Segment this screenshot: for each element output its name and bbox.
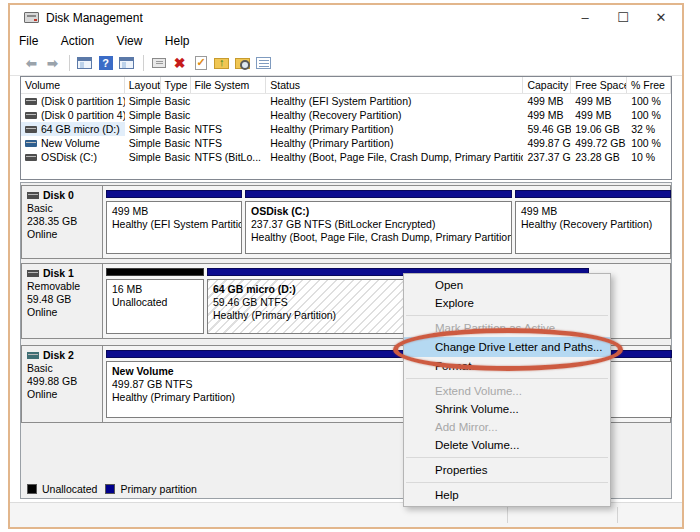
table-row[interactable]: (Disk 0 partition 1) Simple Basic Health… (21, 94, 671, 108)
menu-item-add-mirror: Add Mirror... (404, 418, 610, 436)
cell-layout: Simple (125, 108, 161, 122)
set-active-icon[interactable] (191, 55, 210, 72)
header-type[interactable]: Type (161, 77, 191, 93)
cell-capacity: 499 MB (523, 108, 571, 122)
delete-icon[interactable]: ✖ (170, 55, 189, 72)
menu-item-shrink-volume[interactable]: Shrink Volume... (404, 400, 610, 418)
header-layout[interactable]: Layout (125, 77, 161, 93)
cell-pct-free: 10 % (627, 150, 671, 164)
partition-type-bar (245, 190, 512, 198)
disk-type: Removable (27, 280, 97, 293)
cell-status: Healthy (Primary Partition) (266, 122, 523, 136)
menu-item-help[interactable]: Help (404, 486, 610, 504)
cell-file-system (191, 94, 267, 108)
partition-osdisk-c[interactable]: OSDisk (C:) 237.37 GB NTFS (BitLocker En… (245, 190, 512, 254)
table-row[interactable]: (Disk 0 partition 4) Simple Basic Health… (21, 108, 671, 122)
folder-up-icon[interactable] (212, 55, 231, 72)
table-row[interactable]: OSDisk (C:) Simple Basic NTFS (BitLo... … (21, 150, 671, 164)
partition-recovery[interactable]: 499 MB Healthy (Recovery Partition) (515, 190, 671, 254)
console-window-icon[interactable] (75, 55, 94, 72)
disk-0-header[interactable]: Disk 0 Basic 238.35 GB Online (22, 186, 103, 258)
menu-item-explore[interactable]: Explore (404, 294, 610, 312)
disk-2-header[interactable]: Disk 2 Basic 499.88 GB Online (22, 346, 103, 422)
disk-status: Online (27, 388, 97, 401)
partition-efi[interactable]: 499 MB Healthy (EFI System Partition) (106, 190, 242, 254)
menu-view[interactable]: View (108, 31, 152, 51)
menu-item-extend-volume: Extend Volume... (404, 382, 610, 400)
partition-line: Healthy (Recovery Partition) (521, 218, 665, 231)
menu-separator (406, 378, 608, 379)
cell-capacity: 237.37 GB (523, 150, 571, 164)
action-pane-icon[interactable] (117, 55, 136, 72)
disk-type: Basic (27, 362, 97, 375)
cell-free-space: 499 MB (571, 94, 627, 108)
header-status[interactable]: Status (266, 77, 523, 93)
volume-icon (25, 126, 37, 133)
header-free-space[interactable]: Free Space (571, 77, 627, 93)
table-header: Volume Layout Type File System Status Ca… (21, 77, 671, 94)
header-volume[interactable]: Volume (21, 77, 125, 93)
cell-status: Healthy (Boot, Page File, Crash Dump, Pr… (266, 150, 523, 164)
cell-capacity: 499 MB (523, 94, 571, 108)
toolbar-separator (143, 55, 144, 71)
menu-bar: File Action View Help (10, 31, 682, 51)
menu-separator (406, 457, 608, 458)
disk-type: Basic (27, 202, 97, 215)
cell-capacity: 59.46 GB (523, 122, 571, 136)
disk-name: Disk 1 (43, 267, 74, 280)
menu-separator (406, 315, 608, 316)
partition-line: Unallocated (112, 296, 198, 309)
disk-size: 499.88 GB (27, 375, 97, 388)
partition-unallocated[interactable]: 16 MB Unallocated (106, 268, 204, 334)
cell-pct-free: 100 % (627, 136, 671, 150)
disk-management-window: Disk Management – ☐ ✕ File Action View H… (8, 3, 684, 529)
maximize-button[interactable]: ☐ (606, 5, 640, 31)
toolbar: ⬅ ➡ ? ✖ (10, 51, 682, 76)
volume-name: New Volume (41, 136, 100, 150)
menu-item-delete-volume[interactable]: Delete Volume... (404, 436, 610, 454)
menu-file[interactable]: File (10, 31, 47, 51)
cell-free-space: 23.28 GB (571, 150, 627, 164)
cell-free-space: 499.72 GB (571, 136, 627, 150)
volume-name: (Disk 0 partition 1) (41, 94, 125, 108)
help-icon[interactable]: ? (96, 55, 115, 72)
volume-icon (25, 98, 37, 105)
partition-label: OSDisk (C:) (251, 205, 506, 218)
disk-name: Disk 2 (43, 349, 74, 362)
toolbar-separator (69, 55, 70, 71)
popup-icon[interactable] (149, 55, 168, 72)
legend-label: Unallocated (42, 483, 97, 495)
volume-icon (25, 154, 37, 161)
properties-list-icon[interactable] (254, 55, 273, 72)
disk-row-0: Disk 0 Basic 238.35 GB Online 499 MB Hea… (21, 185, 671, 259)
disk-icon (27, 192, 39, 199)
table-row[interactable]: New Volume Simple Basic NTFS Healthy (Pr… (21, 136, 671, 150)
header-file-system[interactable]: File System (191, 77, 267, 93)
legend-label: Primary partition (120, 483, 196, 495)
partition-line: 237.37 GB NTFS (BitLocker Encrypted) (251, 218, 506, 231)
menu-item-format[interactable]: Format... (404, 357, 610, 375)
minimize-button[interactable]: – (568, 5, 602, 31)
back-icon[interactable]: ⬅ (22, 55, 41, 72)
menu-item-open[interactable]: Open (404, 276, 610, 294)
menu-help[interactable]: Help (156, 31, 199, 51)
cell-file-system (191, 108, 267, 122)
legend-item-unallocated: Unallocated (27, 483, 97, 495)
menu-action[interactable]: Action (52, 31, 103, 51)
header-pct-free[interactable]: % Free (627, 77, 671, 93)
folder-search-icon[interactable] (233, 55, 252, 72)
partition-line: Healthy (EFI System Partition) (112, 218, 236, 231)
menu-item-properties[interactable]: Properties (404, 461, 610, 479)
table-row-selected[interactable]: 64 GB micro (D:) Simple Basic NTFS Healt… (21, 122, 671, 136)
header-capacity[interactable]: Capacity (523, 77, 571, 93)
cell-layout: Simple (125, 136, 161, 150)
cell-status: Healthy (EFI System Partition) (266, 94, 523, 108)
status-bar-divider (617, 507, 618, 523)
close-button[interactable]: ✕ (644, 5, 678, 31)
legend-item-primary-partition: Primary partition (105, 483, 196, 495)
menu-item-change-drive-letter[interactable]: Change Drive Letter and Paths... (404, 337, 610, 357)
cell-status: Healthy (Recovery Partition) (266, 108, 523, 122)
context-menu: Open Explore Mark Partition as Active Ch… (403, 273, 611, 507)
disk-1-header[interactable]: Disk 1 Removable 59.48 GB Online (22, 264, 103, 338)
forward-icon[interactable]: ➡ (43, 55, 62, 72)
